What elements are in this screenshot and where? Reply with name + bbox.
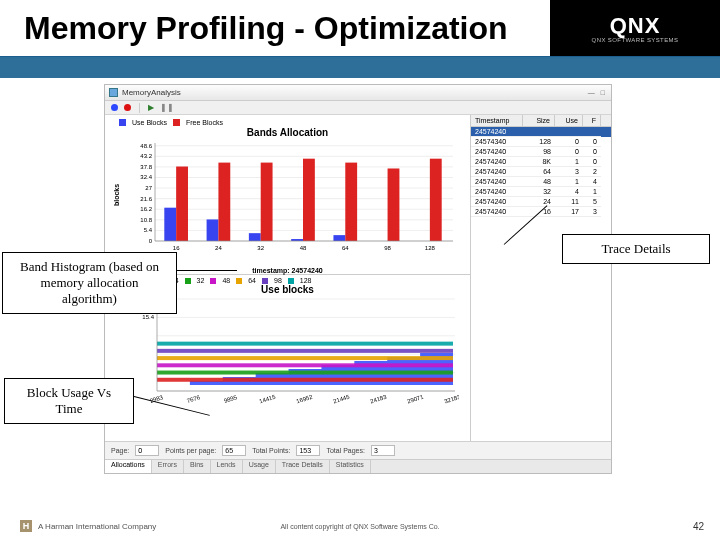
split-pane: Use Blocks Free Blocks Bands Allocation … [105, 115, 611, 473]
svg-rect-27 [261, 163, 273, 241]
legend-item: 48 [210, 277, 230, 284]
toolbar-dot-red-icon[interactable] [124, 104, 131, 111]
tab-usage[interactable]: Usage [243, 460, 276, 473]
svg-text:64: 64 [342, 245, 349, 251]
table-row[interactable]: 245742406432 [471, 167, 611, 177]
svg-text:16.2: 16.2 [140, 206, 152, 212]
tab-lends[interactable]: Lends [211, 460, 243, 473]
app-window: MemoryAnalysis — □ ▶ ❚❚ Use Blocks Free … [104, 84, 612, 474]
table-col-header[interactable]: Use [555, 115, 583, 126]
table-row[interactable]: 2457434012800 [471, 137, 611, 147]
totalpgs-label: Total Pages: [326, 447, 365, 454]
svg-rect-21 [176, 167, 188, 241]
svg-text:21445: 21445 [333, 393, 351, 404]
table-col-header[interactable]: Timestamp [471, 115, 523, 126]
svg-text:98: 98 [384, 245, 391, 251]
table-row[interactable]: 245742403241 [471, 187, 611, 197]
svg-text:24183: 24183 [370, 393, 388, 404]
trace-table-header: TimestampSizeUseF [471, 115, 611, 127]
footer: H A Harman International Company All con… [0, 512, 720, 540]
svg-text:7676: 7676 [186, 394, 201, 404]
svg-text:24: 24 [215, 245, 222, 251]
table-row[interactable]: 24574240 [471, 127, 611, 137]
chart1-ylabel: blocks [113, 183, 120, 205]
play-icon[interactable]: ▶ [148, 103, 154, 112]
tab-errors[interactable]: Errors [152, 460, 184, 473]
harman-text: A Harman International Company [38, 522, 156, 531]
trace-table-rows: 2457424024574340128002457424098002457424… [471, 127, 611, 217]
tab-bins[interactable]: Bins [184, 460, 211, 473]
svg-rect-36 [388, 168, 400, 241]
svg-text:14415: 14415 [259, 393, 277, 404]
legend-blue-icon [119, 119, 126, 126]
app-titlebar: MemoryAnalysis — □ [105, 85, 611, 101]
svg-text:27: 27 [145, 185, 152, 191]
svg-text:43.2: 43.2 [140, 153, 152, 159]
brand-logo: QNX QNX SOFTWARE SYSTEMS [550, 0, 720, 56]
svg-rect-30 [303, 159, 315, 241]
svg-rect-24 [218, 163, 230, 241]
chart1-title: Bands Allocation [105, 127, 470, 138]
title-strip [0, 56, 720, 78]
page-input[interactable] [135, 445, 159, 456]
totalpts-label: Total Points: [252, 447, 290, 454]
legend-item: 98 [262, 277, 282, 284]
legend-red-icon [173, 119, 180, 126]
table-row[interactable]: 245742404814 [471, 177, 611, 187]
table-row[interactable]: 245742409800 [471, 147, 611, 157]
view-name: MemoryAnalysis [122, 88, 181, 97]
svg-text:32183: 32183 [444, 393, 459, 404]
ppp-label: Points per page: [165, 447, 216, 454]
table-row[interactable]: 2457424024115 [471, 197, 611, 207]
tab-allocations[interactable]: Allocations [105, 460, 152, 473]
svg-text:32.4: 32.4 [140, 174, 152, 180]
chart1-svg: 05.410.816.221.62732.437.843.248.6162432… [127, 139, 457, 259]
logo-sub: QNX SOFTWARE SYSTEMS [592, 37, 679, 43]
title-left: Memory Profiling - Optimization [0, 0, 550, 56]
svg-text:15.4: 15.4 [142, 314, 154, 320]
svg-text:48.6: 48.6 [140, 143, 152, 149]
svg-text:0: 0 [149, 238, 153, 244]
svg-text:16: 16 [173, 245, 180, 251]
legend-blue-label: Use Blocks [132, 119, 167, 126]
svg-text:9895: 9895 [223, 394, 238, 404]
view-icon [109, 88, 118, 97]
chart-bands-allocation: Use Blocks Free Blocks Bands Allocation … [105, 115, 470, 275]
table-row[interactable]: 2457424016173 [471, 207, 611, 217]
pause-icon[interactable]: ❚❚ [160, 103, 174, 112]
trace-table: TimestampSizeUseF 2457424024574340128002… [471, 115, 611, 473]
chart2-svg: 17.615.429837676989514415169522144524183… [129, 297, 459, 407]
callout-block-usage: Block Usage Vs Time [4, 378, 134, 424]
svg-rect-53 [157, 363, 453, 367]
leader-1 [177, 270, 237, 271]
svg-rect-26 [249, 233, 261, 241]
svg-text:128: 128 [425, 245, 436, 251]
svg-rect-23 [207, 219, 219, 241]
svg-rect-55 [157, 349, 453, 353]
tab-bar: AllocationsErrorsBinsLendsUsageTrace Det… [105, 459, 611, 473]
toolbar-dot-blue-icon[interactable] [111, 104, 118, 111]
svg-rect-52 [157, 371, 453, 375]
harman-brand: H A Harman International Company [20, 520, 156, 532]
svg-text:5.4: 5.4 [144, 227, 153, 233]
ppp-input[interactable] [222, 445, 246, 456]
legend-item: 64 [236, 277, 256, 284]
tab-statistics[interactable]: Statistics [330, 460, 371, 473]
svg-rect-54 [157, 356, 453, 360]
table-col-header[interactable]: Size [523, 115, 555, 126]
callout-band-histogram: Band Histogram (based on memory allocati… [2, 252, 177, 314]
svg-text:48: 48 [300, 245, 307, 251]
status-bar: Page: Points per page: Total Points: Tot… [105, 441, 611, 459]
legend-red-label: Free Blocks [186, 119, 223, 126]
table-col-header[interactable]: F [583, 115, 601, 126]
table-row[interactable]: 245742408K10 [471, 157, 611, 167]
logo-main: QNX [610, 13, 661, 39]
totalpgs-value [371, 445, 395, 456]
tab-trace-details[interactable]: Trace Details [276, 460, 330, 473]
page-number: 42 [693, 521, 704, 532]
svg-text:37.8: 37.8 [140, 164, 152, 170]
svg-rect-56 [157, 342, 453, 346]
toolbar-sep [139, 103, 140, 113]
window-controls-icon[interactable]: — □ [588, 89, 607, 96]
totalpts-value [296, 445, 320, 456]
